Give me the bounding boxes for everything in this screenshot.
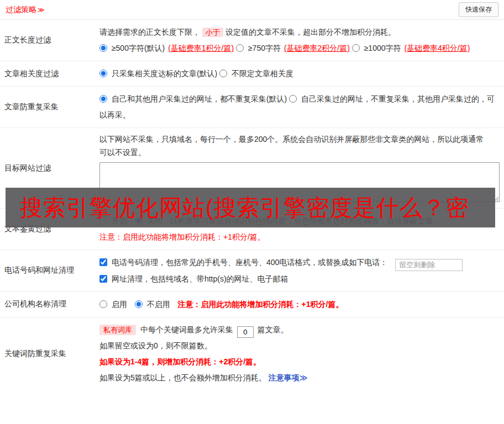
checkbox-url-clean[interactable] bbox=[99, 275, 107, 283]
option-company-off[interactable]: 不启用 bbox=[135, 300, 172, 309]
row-label-company-clean: 公司机构名称清理 bbox=[0, 292, 99, 317]
option-relevance-strict[interactable]: 只采集相关度达标的文章(默认) bbox=[99, 69, 219, 78]
body-length-intro: 请选择需求的正文长度下限，小于设定值的文章不采集，超出部分不增加积分消耗。 bbox=[99, 24, 500, 40]
option-label: ≥1000字符 bbox=[364, 44, 401, 52]
option-length-1000[interactable]: ≥1000字符 (基础费率4积分/篇) bbox=[352, 44, 470, 52]
radio-relevance-strict[interactable] bbox=[99, 70, 107, 77]
row-label-relevance: 文章相关度过滤 bbox=[0, 61, 99, 86]
option-company-on[interactable]: 启用 bbox=[99, 300, 129, 309]
target-site-intro: 以下网站不采集，只填域名，每行一个，最多200个。系统会自动识别并屏蔽那些非文章… bbox=[99, 132, 486, 159]
row-label-dedup: 文章防重复采集 bbox=[0, 87, 99, 128]
option-label: 只采集相关度达标的文章(默认) bbox=[112, 69, 217, 78]
fee-note-1: (基础费率1积分/篇) bbox=[168, 44, 234, 52]
page-title[interactable]: 过滤策略 bbox=[6, 5, 36, 14]
option-label: 启用 bbox=[112, 300, 127, 309]
radio-length-750[interactable] bbox=[236, 44, 244, 52]
dedup-content: 自己和其他用户采集过的网址，都不重复采集(默认) 自己采集过的网址，不重复采集，… bbox=[99, 87, 504, 128]
intro-text-after: 设定值的文章不采集，超出部分不增加积分消耗。 bbox=[225, 28, 396, 36]
option-length-500[interactable]: ≥500字符(默认) (基础费率1积分/篇) bbox=[99, 44, 236, 52]
option-relevance-any[interactable]: 不限定文章相关度 bbox=[219, 69, 293, 78]
company-clean-content: 启用 不启用 注意：启用此功能将增加积分消耗：+1积分/篇。 bbox=[99, 292, 504, 317]
row-body-length-filter: 正文长度过滤 请选择需求的正文长度下限，小于设定值的文章不采集，超出部分不增加积… bbox=[0, 20, 504, 61]
row-relevance-filter: 文章相关度过滤 只采集相关度达标的文章(默认) 不限定文章相关度 bbox=[0, 61, 504, 87]
page-title-wrap: 过滤策略≫ bbox=[6, 5, 45, 15]
row-label-keyword-dedup: 关键词防重复采集 bbox=[0, 317, 99, 390]
fee-note-2: (基础费率2积分/篇) bbox=[284, 44, 350, 52]
option-label: 不限定文章相关度 bbox=[232, 69, 293, 78]
keyword-line1-text: 中每个关键词最多允许采集 bbox=[140, 325, 233, 334]
keyword-line1-end: 篇文章。 bbox=[258, 325, 288, 334]
private-lexicon-badge: 私有词库 bbox=[99, 325, 136, 335]
option-length-750[interactable]: ≥750字符 (基础费率2积分/篇) bbox=[236, 44, 352, 52]
fee-note-3: (基础费率4积分/篇) bbox=[404, 44, 470, 52]
radio-dedup-all-users[interactable] bbox=[99, 95, 107, 103]
quick-save-button[interactable]: 快速保存 bbox=[459, 2, 498, 17]
keyword-dedup-content: 私有词库 中每个关键词最多允许采集 篇文章。 如果留空或设为0，则不限篇数。 如… bbox=[99, 317, 504, 390]
double-chevron-icon[interactable]: ≫ bbox=[38, 6, 45, 14]
max-articles-input[interactable] bbox=[237, 326, 254, 338]
row-dedup-collect: 文章防重复采集 自己和其他用户采集过的网址，都不重复采集(默认) 自己采集过的网… bbox=[0, 87, 504, 128]
keyword-line2: 如果留空或设为0，则不限篇数。 bbox=[99, 338, 500, 354]
notice-link[interactable]: 注意事项≫ bbox=[269, 373, 308, 382]
keyword-line3: 如果设为1-4篇，则增加积分消耗：+2积分/篇。 bbox=[99, 354, 500, 370]
radio-dedup-self-only[interactable] bbox=[289, 95, 297, 103]
watermark-overlay: 搜索引擎优化网站(搜索引擎密度是什么？密 bbox=[6, 188, 495, 227]
radio-company-on[interactable] bbox=[99, 300, 107, 308]
option-label: ≥500字符(默认) bbox=[112, 44, 165, 52]
double-chevron-icon: ≫ bbox=[300, 373, 308, 382]
company-clean-note: 注意：启用此功能将增加积分消耗：+1积分/篇。 bbox=[178, 300, 344, 309]
replacement-phone-input[interactable] bbox=[395, 259, 463, 271]
body-length-content: 请选择需求的正文长度下限，小于设定值的文章不采集，超出部分不增加积分消耗。 ≥5… bbox=[99, 20, 504, 61]
radio-length-1000[interactable] bbox=[352, 44, 360, 52]
watermark-text: 搜索引擎优化网站(搜索引擎密度是什么？密 bbox=[20, 193, 469, 223]
notice-link-label: 注意事项 bbox=[269, 373, 300, 382]
option-label: 自己和其他用户采集过的网址，都不重复采集(默认) bbox=[112, 94, 287, 103]
keyword-line4: 如果设为5篇或以上，也不会额外增加积分消耗。 bbox=[99, 373, 266, 382]
filter-strategy-page: 过滤策略≫ 快速保存 正文长度过滤 请选择需求的正文长度下限，小于设定值的文章不… bbox=[0, 0, 504, 390]
checkbox-phone-clean[interactable] bbox=[99, 258, 107, 266]
page-header: 过滤策略≫ 快速保存 bbox=[0, 0, 504, 20]
option-dedup-all-users[interactable]: 自己和其他用户采集过的网址，都不重复采集(默认) bbox=[99, 94, 289, 103]
row-company-clean: 公司机构名称清理 启用 不启用 注意：启用此功能将增加积分消耗：+1积分/篇。 bbox=[0, 292, 504, 317]
porn-filter-note: 注意：启用此功能将增加积分消耗：+1积分/篇。 bbox=[99, 229, 500, 245]
option-label: 不启用 bbox=[147, 300, 170, 309]
row-label-body-length: 正文长度过滤 bbox=[0, 20, 99, 61]
option-label: ≥750字符 bbox=[248, 44, 281, 52]
relevance-content: 只采集相关度达标的文章(默认) 不限定文章相关度 bbox=[99, 61, 504, 86]
less-than-tag: 小于 bbox=[202, 28, 223, 37]
radio-relevance-any[interactable] bbox=[219, 70, 227, 77]
row-phone-url-clean: 电话号码和网址清理 电话号码清理，包括常见的手机号、座机号、400电话格式，或替… bbox=[0, 250, 504, 292]
option-label: 网址清理，包括纯域名、带http(s)的网址、电子邮箱 bbox=[112, 274, 288, 283]
radio-company-off[interactable] bbox=[135, 300, 143, 308]
intro-text-before: 请选择需求的正文长度下限， bbox=[99, 28, 200, 36]
option-label: 电话号码清理，包括常见的手机号、座机号、400电话格式，或替换成如下电话： bbox=[112, 258, 387, 267]
radio-length-500[interactable] bbox=[99, 44, 107, 52]
phone-url-content: 电话号码清理，包括常见的手机号、座机号、400电话格式，或替换成如下电话： 网址… bbox=[99, 250, 504, 292]
option-phone-clean[interactable]: 电话号码清理，包括常见的手机号、座机号、400电话格式，或替换成如下电话： bbox=[99, 258, 390, 267]
option-url-clean[interactable]: 网址清理，包括纯域名、带http(s)的网址、电子邮箱 bbox=[99, 274, 288, 283]
row-label-phone-url: 电话号码和网址清理 bbox=[0, 250, 99, 292]
row-keyword-dedup: 关键词防重复采集 私有词库 中每个关键词最多允许采集 篇文章。 如果留空或设为0… bbox=[0, 317, 504, 390]
